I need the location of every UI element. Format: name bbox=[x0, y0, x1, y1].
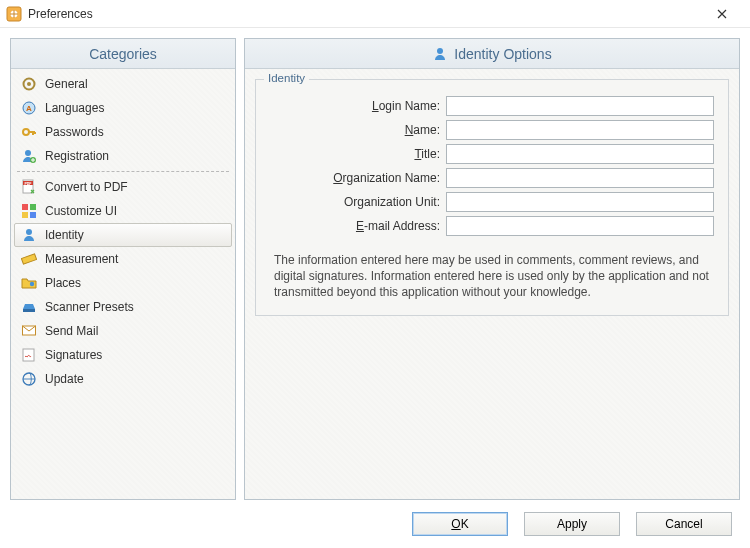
svg-rect-12 bbox=[22, 204, 28, 210]
input-title[interactable] bbox=[446, 144, 714, 164]
palette-icon bbox=[21, 203, 37, 219]
identity-legend: Identity bbox=[264, 72, 309, 84]
globe-a-icon: A bbox=[21, 100, 37, 116]
sidebar-item-registration[interactable]: Registration bbox=[14, 144, 232, 168]
main-title: Identity Options bbox=[454, 46, 551, 62]
gear-icon bbox=[21, 76, 37, 92]
svg-point-6 bbox=[23, 129, 29, 135]
input-org-unit[interactable] bbox=[446, 192, 714, 212]
svg-point-7 bbox=[25, 150, 31, 156]
row-login-name: Login Name: bbox=[270, 96, 714, 116]
sidebar-item-label: Passwords bbox=[45, 125, 104, 139]
svg-point-18 bbox=[30, 282, 34, 286]
mail-icon bbox=[21, 323, 37, 339]
sidebar-item-label: General bbox=[45, 77, 88, 91]
main-panel: Identity Options Identity Login Name: Na… bbox=[244, 38, 740, 500]
svg-text:A: A bbox=[26, 104, 32, 113]
pdf-icon: PDF bbox=[21, 179, 37, 195]
categories-header: Categories bbox=[11, 39, 235, 69]
row-title: Title: bbox=[270, 144, 714, 164]
categories-panel: Categories General A Languages Passwords bbox=[10, 38, 236, 500]
sidebar-item-identity[interactable]: Identity bbox=[14, 223, 232, 247]
window-title: Preferences bbox=[28, 7, 93, 21]
sidebar-item-label: Customize UI bbox=[45, 204, 117, 218]
sidebar-item-update[interactable]: Update bbox=[14, 367, 232, 391]
sidebar-item-send-mail[interactable]: Send Mail bbox=[14, 319, 232, 343]
categories-list: General A Languages Passwords Registrati… bbox=[11, 69, 235, 394]
user-plus-icon bbox=[21, 148, 37, 164]
svg-rect-19 bbox=[23, 309, 35, 312]
identity-description: The information entered here may be used… bbox=[270, 240, 714, 301]
row-email: E-mail Address: bbox=[270, 216, 714, 236]
label-org-name: Organization Name: bbox=[270, 171, 446, 185]
sidebar-item-label: Identity bbox=[45, 228, 84, 242]
globe-refresh-icon bbox=[21, 371, 37, 387]
person-icon bbox=[21, 227, 37, 243]
sidebar-item-measurement[interactable]: Measurement bbox=[14, 247, 232, 271]
label-login-name: Login Name: bbox=[270, 99, 446, 113]
input-email[interactable] bbox=[446, 216, 714, 236]
identity-fieldset: Identity Login Name: Name: Title: Organi… bbox=[255, 79, 729, 316]
input-org-name[interactable] bbox=[446, 168, 714, 188]
key-icon bbox=[21, 124, 37, 140]
input-name[interactable] bbox=[446, 120, 714, 140]
sidebar-item-label: Convert to PDF bbox=[45, 180, 128, 194]
signature-icon bbox=[21, 347, 37, 363]
window-close-button[interactable] bbox=[700, 0, 744, 28]
label-name: Name: bbox=[270, 123, 446, 137]
ok-button[interactable]: OK bbox=[412, 512, 508, 536]
categories-title: Categories bbox=[89, 46, 157, 62]
svg-rect-15 bbox=[30, 212, 36, 218]
sidebar-item-label: Update bbox=[45, 372, 84, 386]
label-title: Title: bbox=[270, 147, 446, 161]
sidebar-item-label: Scanner Presets bbox=[45, 300, 134, 314]
ruler-icon bbox=[21, 251, 37, 267]
svg-rect-13 bbox=[30, 204, 36, 210]
categories-body: General A Languages Passwords Registrati… bbox=[11, 69, 235, 499]
content-area: Categories General A Languages Passwords bbox=[0, 28, 750, 500]
sidebar-item-label: Languages bbox=[45, 101, 104, 115]
sidebar-item-languages[interactable]: A Languages bbox=[14, 96, 232, 120]
sidebar-item-passwords[interactable]: Passwords bbox=[14, 120, 232, 144]
row-org-unit: Organization Unit: bbox=[270, 192, 714, 212]
sidebar-item-label: Registration bbox=[45, 149, 109, 163]
folder-pin-icon bbox=[21, 275, 37, 291]
sidebar-item-label: Signatures bbox=[45, 348, 102, 362]
sidebar-item-places[interactable]: Places bbox=[14, 271, 232, 295]
svg-rect-14 bbox=[22, 212, 28, 218]
sidebar-item-convert-to-pdf[interactable]: PDF Convert to PDF bbox=[14, 175, 232, 199]
sidebar-item-label: Places bbox=[45, 276, 81, 290]
dialog-footer: OK Apply Cancel bbox=[0, 500, 750, 548]
svg-point-3 bbox=[27, 82, 31, 86]
svg-point-16 bbox=[26, 229, 32, 235]
svg-text:PDF: PDF bbox=[25, 182, 33, 186]
row-name: Name: bbox=[270, 120, 714, 140]
svg-point-23 bbox=[437, 48, 443, 54]
sidebar-item-scanner-presets[interactable]: Scanner Presets bbox=[14, 295, 232, 319]
sidebar-item-general[interactable]: General bbox=[14, 72, 232, 96]
main-header: Identity Options bbox=[245, 39, 739, 69]
scanner-icon bbox=[21, 299, 37, 315]
cancel-button[interactable]: Cancel bbox=[636, 512, 732, 536]
sidebar-divider bbox=[17, 171, 229, 172]
input-login-name[interactable] bbox=[446, 96, 714, 116]
label-email: E-mail Address: bbox=[270, 219, 446, 233]
sidebar-item-customize-ui[interactable]: Customize UI bbox=[14, 199, 232, 223]
label-org-unit: Organization Unit: bbox=[270, 195, 446, 209]
apply-button[interactable]: Apply bbox=[524, 512, 620, 536]
sidebar-item-label: Send Mail bbox=[45, 324, 98, 338]
sidebar-item-signatures[interactable]: Signatures bbox=[14, 343, 232, 367]
svg-rect-17 bbox=[21, 254, 36, 264]
row-org-name: Organization Name: bbox=[270, 168, 714, 188]
titlebar: Preferences bbox=[0, 0, 750, 28]
app-icon bbox=[6, 6, 22, 22]
sidebar-item-label: Measurement bbox=[45, 252, 118, 266]
main-body: Identity Login Name: Name: Title: Organi… bbox=[245, 69, 739, 499]
person-icon bbox=[432, 46, 448, 62]
